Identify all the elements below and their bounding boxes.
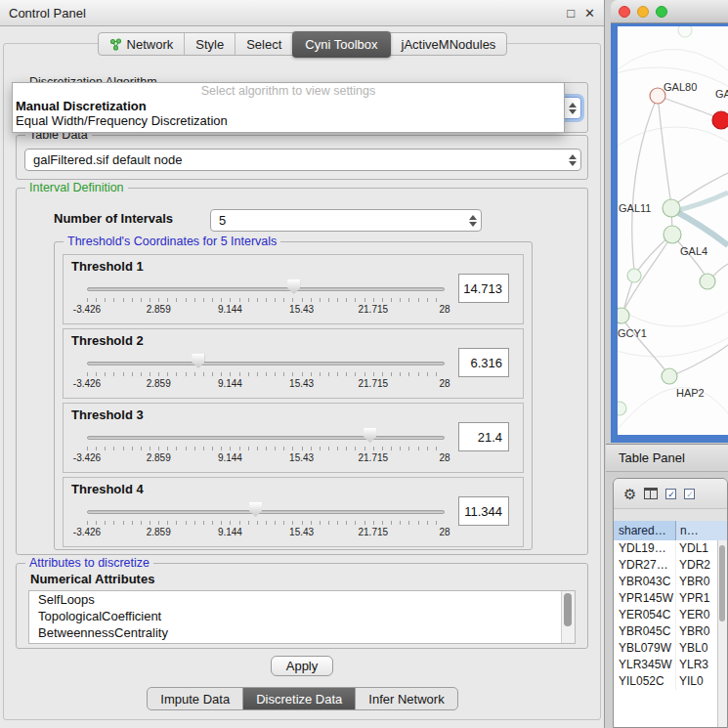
column-header-shared-name[interactable]: shared… (614, 521, 676, 540)
slider-ticks (87, 372, 445, 376)
bottom-tab-bar: Impute Data Discretize Data Infer Networ… (0, 687, 605, 710)
combobox-arrows-icon (464, 215, 481, 227)
numerical-attributes-list[interactable]: SelfLoops TopologicalCoefficient Between… (28, 590, 576, 644)
node-label: HAP2 (676, 387, 705, 399)
threshold-panel: Threshold 3 21.4 -3.426 2.859 9.144 15.4… (63, 403, 524, 473)
tab-network[interactable]: Network (99, 33, 185, 55)
zoom-traffic-light-icon[interactable] (656, 6, 667, 18)
list-item[interactable]: TopologicalCoefficient (29, 608, 575, 624)
table-row[interactable]: YBL079W YBL0 (614, 640, 718, 657)
node-label: GAL80 (664, 81, 697, 93)
threshold-value-field[interactable]: 14.713 (458, 274, 509, 303)
threshold-slider[interactable]: -3.426 2.859 9.144 15.43 21.715 28 (87, 353, 445, 394)
control-panel-titlebar: Control Panel □ ✕ (0, 0, 604, 26)
network-canvas[interactable]: GAL80 GA GAL11 GAL4 GCY1 HAP2 (618, 26, 728, 435)
slider-ticks (87, 447, 445, 450)
network-node[interactable] (627, 269, 641, 282)
threshold-label: Threshold 1 (71, 259, 144, 274)
slider-track[interactable] (87, 362, 445, 365)
number-of-intervals-label: Number of Intervals (54, 211, 173, 226)
list-scrollbar[interactable] (561, 591, 575, 643)
slider-thumb[interactable] (249, 502, 262, 517)
table-row[interactable]: YBR043C YBR0 (614, 574, 718, 590)
list-item[interactable]: SelfLoops (29, 591, 575, 608)
table-toolbar: ⚙ ✓ ✓ (614, 479, 727, 509)
threshold-value-field[interactable]: 21.4 (458, 422, 509, 451)
tab-label: Network (127, 37, 174, 52)
table-row[interactable]: YDL19… YDL1 (614, 540, 718, 557)
slider-scale: -3.426 2.859 9.144 15.43 21.715 28 (87, 378, 445, 390)
close-traffic-light-icon[interactable] (619, 6, 630, 18)
combobox-arrows-icon (564, 103, 580, 114)
table-data-combobox[interactable]: galFiltered.sif default node (24, 149, 581, 171)
slider-track[interactable] (87, 436, 445, 440)
apply-button[interactable]: Apply (271, 656, 333, 676)
table-data-group: Table Data galFiltered.sif default node (16, 135, 588, 180)
dropdown-option-equal-width-frequency[interactable]: Equal Width/Frequency Discretization (13, 113, 564, 128)
float-window-icon[interactable]: □ (567, 7, 575, 20)
network-node[interactable] (700, 274, 715, 289)
network-node-gal4[interactable] (664, 226, 681, 243)
combobox-value: galFiltered.sif default node (25, 152, 564, 167)
column-header-name[interactable]: n… (676, 521, 727, 540)
network-node-hap2[interactable] (662, 368, 677, 384)
tab-cyni-toolbox[interactable]: Cyni Toolbox (292, 31, 390, 58)
table-header-row: shared… n… (614, 521, 727, 541)
tab-impute-data[interactable]: Impute Data (148, 688, 242, 709)
group-title: Attributes to discretize (25, 556, 153, 571)
combobox-arrows-icon (564, 154, 580, 166)
node-label: GAL11 (619, 202, 651, 214)
threshold-value-field[interactable]: 11.344 (458, 496, 509, 526)
columns-icon[interactable] (644, 488, 658, 499)
slider-thumb[interactable] (192, 354, 204, 368)
table-row[interactable]: YPR145W YPR1 (614, 590, 718, 607)
slider-scale: -3.426 2.859 9.144 15.43 21.715 28 (87, 452, 445, 464)
node-label: GCY1 (618, 327, 647, 339)
table-scrollbar-thumb[interactable] (719, 545, 725, 621)
threshold-slider[interactable]: -3.426 2.859 9.144 15.43 21.715 28 (87, 278, 445, 320)
node-label: GA (715, 88, 728, 100)
tab-label: Cyni Toolbox (305, 37, 377, 52)
threshold-value-field[interactable]: 6.316 (458, 348, 509, 377)
network-node[interactable] (618, 402, 626, 415)
threshold-slider[interactable]: -3.426 2.859 9.144 15.43 21.715 28 (87, 501, 445, 542)
tab-jactivemodules[interactable]: jActiveMNodules (391, 33, 507, 55)
slider-track[interactable] (87, 287, 445, 291)
table-row[interactable]: YER054C YER0 (614, 607, 718, 623)
tab-infer-network[interactable]: Infer Network (355, 688, 456, 709)
table-panel-window: ⚙ ✓ ✓ shared… n… YDL19… YDL1 YDR27… YDR2… (613, 478, 728, 728)
slider-scale: -3.426 2.859 9.144 15.43 21.715 28 (87, 527, 445, 538)
network-node-gcy1[interactable] (618, 308, 629, 323)
network-node[interactable] (678, 26, 692, 37)
gear-icon[interactable]: ⚙ (623, 487, 636, 501)
threshold-slider[interactable]: -3.426 2.859 9.144 15.43 21.715 28 (87, 427, 445, 468)
table-panel-header: Table Panel (606, 444, 728, 472)
threshold-label: Threshold 2 (71, 333, 144, 348)
select-none-icon[interactable]: ✓ (684, 489, 695, 499)
list-item[interactable]: BetweennessCentrality (29, 624, 575, 641)
tab-label: Select (246, 37, 281, 52)
slider-thumb[interactable] (364, 428, 376, 443)
network-node-selected-red[interactable] (712, 111, 728, 129)
tab-select[interactable]: Select (235, 33, 292, 55)
table-body: YDL19… YDL1 YDR27… YDR2 YBR043C YBR0 YPR… (614, 540, 718, 727)
table-row[interactable]: YLR345W YLR3 (614, 657, 718, 673)
slider-thumb[interactable] (287, 279, 300, 294)
select-all-icon[interactable]: ✓ (665, 489, 676, 499)
table-row[interactable]: YDR27… YDR2 (614, 557, 718, 574)
dropdown-option-manual-discretization[interactable]: Manual Discretization (13, 99, 564, 113)
minimize-traffic-light-icon[interactable] (637, 6, 649, 18)
table-scrollbar[interactable] (717, 540, 727, 727)
threshold-panel: Threshold 4 11.344 -3.426 2.859 9.144 15… (63, 477, 524, 547)
network-window-titlebar (611, 0, 728, 23)
table-row[interactable]: YBR045C YBR0 (614, 623, 718, 640)
slider-track[interactable] (87, 510, 445, 514)
number-of-intervals-combobox[interactable]: 5 (210, 209, 482, 232)
table-row[interactable]: YIL052C YIL0 (614, 673, 718, 690)
tab-style[interactable]: Style (184, 33, 235, 55)
top-tab-bar: Network Style Select Cyni Toolbox jActiv… (0, 32, 605, 56)
tab-discretize-data[interactable]: Discretize Data (242, 688, 355, 709)
close-window-icon[interactable]: ✕ (584, 7, 595, 20)
network-node-gal11[interactable] (663, 199, 680, 217)
list-scrollbar-thumb[interactable] (564, 593, 572, 626)
